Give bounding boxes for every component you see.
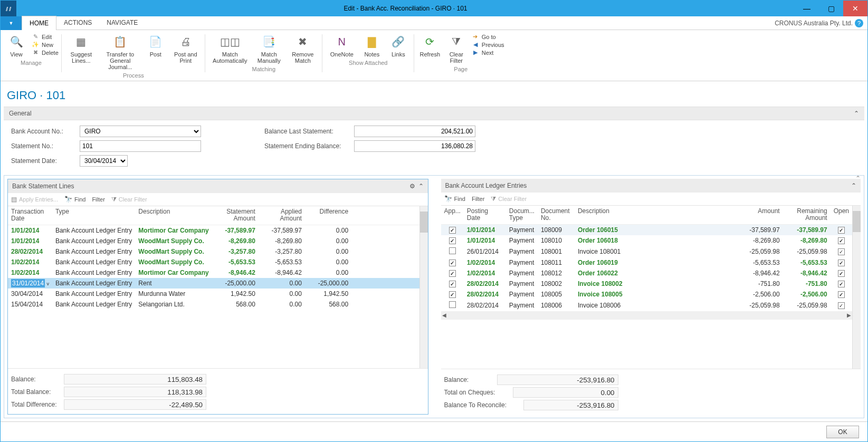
new-icon: ✨ — [31, 41, 40, 48]
statement-line-row[interactable]: 30/04/2014Bank Account Ledger EntryMurdu… — [8, 289, 419, 299]
chevron-up-icon[interactable]: ⌃ — [855, 175, 861, 182]
applied-checkbox[interactable] — [449, 301, 456, 308]
refresh-button[interactable]: ⟳Refresh — [417, 32, 443, 59]
apply-entries-button[interactable]: ▤Apply Entries... — [11, 196, 58, 203]
ledger-entry-row[interactable]: 28/02/2014Payment108006Invoice 108006 -2… — [441, 300, 853, 311]
ledger-entry-row[interactable]: 1/02/2014Payment108011Order 106019 -5,65… — [441, 257, 853, 268]
links-button[interactable]: 🔗Links — [386, 32, 411, 59]
tab-actions[interactable]: ACTIONS — [56, 16, 99, 30]
ok-button[interactable]: OK — [826, 426, 859, 438]
onenote-button[interactable]: NOneNote — [326, 32, 358, 59]
find-button[interactable]: 🔭Find — [444, 195, 465, 203]
app-menu-button[interactable]: ▼ — [1, 16, 22, 30]
post-print-button[interactable]: 🖨Post and Print — [169, 32, 202, 65]
r-cheques-label: Total on Cheques: — [444, 389, 508, 396]
post-icon: 📄 — [147, 33, 164, 50]
open-checkbox[interactable] — [838, 302, 845, 309]
ending-balance-field[interactable] — [354, 140, 475, 152]
close-button[interactable]: ✕ — [843, 1, 867, 16]
chevron-up-icon[interactable]: ⌃ — [418, 182, 424, 190]
statement-no-field[interactable] — [80, 140, 201, 152]
ledger-entry-row[interactable]: 28/02/2014Payment108005Invoice 108005 -2… — [441, 289, 853, 300]
total-difference-value — [64, 399, 206, 410]
minimize-button[interactable]: — — [795, 1, 819, 16]
statement-date-label: Statement Date: — [11, 157, 74, 165]
statement-line-row[interactable]: 1/02/2014Bank Account Ledger EntryWoodMa… — [8, 257, 419, 267]
match-manual-button[interactable]: 📑Match Manually — [253, 32, 285, 65]
statement-line-row[interactable]: 28/02/2014Bank Account Ledger EntryWoodM… — [8, 246, 419, 257]
filter-button[interactable]: Filter — [472, 196, 484, 202]
ledger-entry-row[interactable]: 1/01/2014Payment108010Order 106018 -8,26… — [441, 235, 853, 246]
clear-filter-button[interactable]: ⧩Clear Filter — [491, 195, 527, 203]
find-button[interactable]: 🔭Find — [64, 196, 85, 203]
transfer-journal-button[interactable]: 📋Transfer to General Journal... — [99, 32, 142, 71]
notes-icon: ▇ — [364, 33, 380, 50]
ledger-entry-row[interactable]: 28/02/2014Payment108002Invoice 108002 -7… — [441, 278, 853, 289]
total-balance-label: Total Balance: — [11, 388, 59, 396]
statement-date-field[interactable]: 30/04/2014 — [80, 155, 128, 167]
open-checkbox[interactable] — [838, 270, 845, 277]
help-icon[interactable]: ? — [855, 19, 863, 27]
remove-match-button[interactable]: ✖Remove Match — [287, 32, 319, 65]
maximize-button[interactable]: ▢ — [819, 1, 843, 16]
scrollbar[interactable] — [419, 206, 428, 368]
refresh-icon: ⟳ — [422, 33, 438, 50]
applied-checkbox[interactable] — [449, 281, 456, 287]
balance-last-field[interactable] — [354, 126, 475, 137]
statement-line-row[interactable]: 31/01/2014 vBank Account Ledger EntryRen… — [8, 278, 419, 289]
open-checkbox[interactable] — [838, 237, 845, 244]
bank-account-field[interactable]: GIRO — [80, 126, 201, 137]
statement-line-row[interactable]: 15/04/2014Bank Account Ledger EntrySelan… — [8, 299, 419, 310]
filter-button[interactable]: Filter — [92, 196, 104, 203]
open-checkbox[interactable] — [838, 227, 845, 234]
ledger-entry-row[interactable]: 1/01/2014Payment108009Order 106015 -37,5… — [441, 224, 853, 235]
tab-home[interactable]: HOME — [22, 16, 56, 31]
statement-line-row[interactable]: 1/02/2014Bank Account Ledger EntryMortim… — [8, 267, 419, 278]
view-button[interactable]: 🔍View — [4, 32, 29, 59]
open-checkbox[interactable] — [838, 291, 845, 298]
r-reconcile-label: Balance To Reconcile: — [444, 401, 518, 409]
next-button[interactable]: ▶Next — [471, 49, 504, 56]
applied-checkbox[interactable] — [449, 260, 456, 266]
open-checkbox[interactable] — [838, 281, 845, 287]
r-reconcile-value — [523, 400, 618, 410]
applied-checkbox[interactable] — [449, 270, 456, 277]
ledger-entry-row[interactable]: 26/01/2014Payment108001Invoice 108001 -2… — [441, 246, 853, 257]
applied-checkbox[interactable] — [449, 227, 456, 234]
open-checkbox[interactable] — [838, 248, 845, 255]
statement-line-row[interactable]: 1/01/2014Bank Account Ledger EntryWoodMa… — [8, 236, 419, 246]
open-checkbox[interactable] — [838, 260, 845, 266]
goto-button[interactable]: ➔Go to — [471, 33, 504, 40]
statement-line-row[interactable]: 1/01/2014Bank Account Ledger EntryMortim… — [8, 225, 419, 236]
applied-checkbox[interactable] — [449, 247, 456, 254]
delete-button[interactable]: ✖Delete — [31, 49, 59, 56]
previous-button[interactable]: ◀Previous — [471, 41, 504, 48]
ribbon: 🔍View ✎Edit ✨New ✖Delete Manage ▦Suggest… — [1, 30, 867, 81]
statement-lines-grid[interactable]: Transaction Date Type Description Statem… — [8, 206, 419, 309]
new-button[interactable]: ✨New — [31, 41, 59, 48]
applied-checkbox[interactable] — [449, 291, 456, 298]
app-icon: ⫿⫿ — [1, 1, 16, 16]
match-auto-button[interactable]: ◫◫Match Automatically — [208, 32, 252, 65]
chevron-up-icon[interactable]: ⌃ — [851, 182, 856, 189]
funnel-clear-icon: ⧩ — [111, 196, 117, 203]
clear-filter-button[interactable]: ⧩Clear Filter — [111, 196, 147, 203]
scrollbar[interactable] — [852, 206, 861, 369]
edit-button[interactable]: ✎Edit — [31, 33, 59, 40]
suggest-lines-button[interactable]: ▦Suggest Lines... — [65, 32, 98, 65]
total-difference-label: Total Difference: — [11, 401, 59, 408]
tab-navigate[interactable]: NAVIGATE — [99, 16, 145, 30]
funnel-icon: ⧩ — [448, 33, 465, 50]
notes-button[interactable]: ▇Notes — [359, 32, 385, 59]
group-page: Page — [454, 65, 468, 74]
ledger-entry-row[interactable]: 1/02/2014Payment108012Order 106022 -8,94… — [441, 268, 853, 278]
fasttab-general-header[interactable]: General ⌃ — [4, 107, 864, 120]
gear-icon[interactable]: ⚙ — [409, 182, 415, 190]
post-button[interactable]: 📄Post — [143, 32, 168, 59]
remove-match-icon: ✖ — [294, 33, 311, 50]
statement-no-label: Statement No.: — [11, 142, 74, 150]
ledger-entries-grid[interactable]: App... Posting Date Docum... Type Docume… — [441, 206, 853, 311]
h-scrollbar[interactable]: ◀▶ — [441, 311, 853, 320]
clear-filter-button[interactable]: ⧩Clear Filter — [444, 32, 469, 65]
applied-checkbox[interactable] — [449, 237, 456, 244]
